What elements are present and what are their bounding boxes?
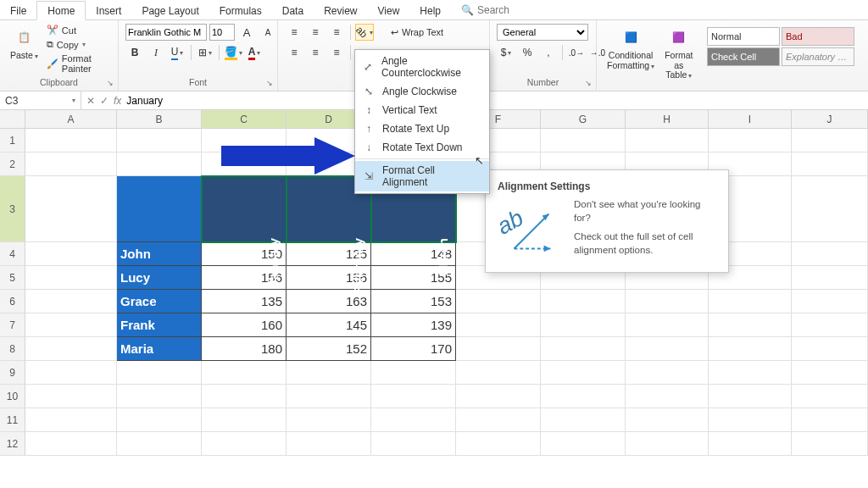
cell[interactable]: [117, 385, 202, 408]
cell[interactable]: [117, 176, 202, 242]
cell[interactable]: [202, 385, 287, 408]
row-header-5[interactable]: 5: [0, 266, 25, 290]
cell[interactable]: [117, 129, 202, 152]
cell[interactable]: [792, 337, 868, 361]
cell[interactable]: [117, 152, 202, 176]
col-header-I[interactable]: I: [709, 110, 792, 128]
search-box[interactable]: 🔍 Search: [451, 1, 520, 19]
cell[interactable]: [541, 290, 626, 313]
cell[interactable]: 145: [287, 313, 371, 337]
col-header-H[interactable]: H: [626, 110, 709, 128]
cell[interactable]: 152: [287, 337, 371, 361]
cell[interactable]: [25, 152, 117, 176]
col-header-A[interactable]: A: [25, 110, 117, 128]
fx-button[interactable]: fx: [114, 95, 121, 107]
cell[interactable]: [792, 176, 868, 242]
menu-rotate-up[interactable]: ↑Rotate Text Up: [355, 119, 489, 138]
row-header-4[interactable]: 4: [0, 242, 25, 266]
align-middle-button[interactable]: ≡: [306, 24, 325, 41]
tab-review[interactable]: Review: [314, 2, 367, 19]
menu-vertical-text[interactable]: ↕Vertical Text: [355, 101, 489, 119]
cell[interactable]: [25, 361, 117, 385]
row-header-11[interactable]: 11: [0, 408, 25, 432]
comma-button[interactable]: ,: [539, 44, 558, 61]
cell[interactable]: [456, 385, 541, 408]
increase-decimal-button[interactable]: .0→: [567, 44, 586, 61]
row-header-12[interactable]: 12: [0, 432, 25, 456]
tab-file[interactable]: File: [0, 2, 36, 19]
cell[interactable]: [792, 266, 868, 290]
cell[interactable]: [792, 385, 868, 408]
tab-home[interactable]: Home: [36, 1, 86, 20]
cell[interactable]: [25, 176, 117, 242]
cell[interactable]: [626, 408, 709, 432]
style-bad[interactable]: Bad: [782, 27, 854, 46]
grow-font-button[interactable]: A: [237, 24, 256, 41]
name-box[interactable]: C3 ▾: [0, 92, 81, 109]
cell[interactable]: [709, 408, 792, 432]
tab-help[interactable]: Help: [409, 2, 451, 19]
cell[interactable]: [626, 290, 709, 313]
font-name-select[interactable]: [125, 24, 207, 41]
cell[interactable]: [25, 385, 117, 408]
cell[interactable]: [25, 242, 117, 266]
cell[interactable]: [25, 290, 117, 313]
cell[interactable]: [25, 432, 117, 456]
cell[interactable]: [456, 361, 541, 385]
cell[interactable]: [371, 385, 456, 408]
cell[interactable]: 180: [202, 337, 287, 361]
cell[interactable]: 135: [202, 290, 287, 313]
orientation-button[interactable]: ab: [355, 24, 374, 41]
cell[interactable]: [117, 361, 202, 385]
cell[interactable]: [626, 313, 709, 337]
cell[interactable]: [25, 129, 117, 152]
cell[interactable]: [287, 408, 371, 432]
cell[interactable]: [456, 408, 541, 432]
cell[interactable]: [792, 152, 868, 176]
align-left-button[interactable]: ≡: [285, 44, 303, 61]
tab-data[interactable]: Data: [272, 2, 314, 19]
font-size-select[interactable]: [209, 24, 235, 41]
cell[interactable]: Lucy: [117, 266, 202, 290]
cell[interactable]: Maria: [117, 337, 202, 361]
row-header-9[interactable]: 9: [0, 361, 25, 385]
select-all-corner[interactable]: [0, 110, 25, 128]
shrink-font-button[interactable]: A: [259, 24, 277, 41]
wrap-text-button[interactable]: ↩Wrap Text: [389, 26, 445, 39]
tab-view[interactable]: View: [368, 2, 410, 19]
currency-button[interactable]: $: [497, 44, 515, 61]
row-header-8[interactable]: 8: [0, 337, 25, 361]
cell[interactable]: [626, 337, 709, 361]
cell[interactable]: [287, 385, 371, 408]
cut-button[interactable]: ✂️Cut: [45, 24, 111, 36]
cell[interactable]: [626, 432, 709, 456]
cell[interactable]: [371, 432, 456, 456]
row-header-7[interactable]: 7: [0, 313, 25, 337]
cell[interactable]: [792, 290, 868, 313]
cell[interactable]: Grace: [117, 290, 202, 313]
cell[interactable]: [25, 337, 117, 361]
align-right-button[interactable]: ≡: [327, 44, 346, 61]
col-header-G[interactable]: G: [541, 110, 626, 128]
format-as-table-button[interactable]: 🟪 Format as Table: [661, 24, 696, 82]
cell[interactable]: [626, 385, 709, 408]
menu-angle-ccw[interactable]: ⤢Angle Counterclockwise: [355, 52, 489, 82]
style-check-cell[interactable]: Check Cell: [707, 47, 780, 66]
tab-insert[interactable]: Insert: [86, 2, 131, 19]
cell[interactable]: [541, 129, 626, 152]
style-normal[interactable]: Normal: [707, 27, 780, 46]
cell[interactable]: [371, 361, 456, 385]
cell[interactable]: [709, 385, 792, 408]
conditional-formatting-button[interactable]: 🟦 Conditional Formatting: [604, 24, 658, 72]
cell[interactable]: John: [117, 242, 202, 266]
row-header-10[interactable]: 10: [0, 385, 25, 408]
cell[interactable]: [709, 313, 792, 337]
font-dialog-launcher[interactable]: ↘: [264, 77, 275, 89]
cell[interactable]: [371, 408, 456, 432]
row-header-1[interactable]: 1: [0, 129, 25, 152]
cell[interactable]: 160: [202, 313, 287, 337]
cell[interactable]: [25, 408, 117, 432]
underline-button[interactable]: U: [168, 44, 186, 61]
cell[interactable]: [541, 361, 626, 385]
cell[interactable]: [287, 432, 371, 456]
